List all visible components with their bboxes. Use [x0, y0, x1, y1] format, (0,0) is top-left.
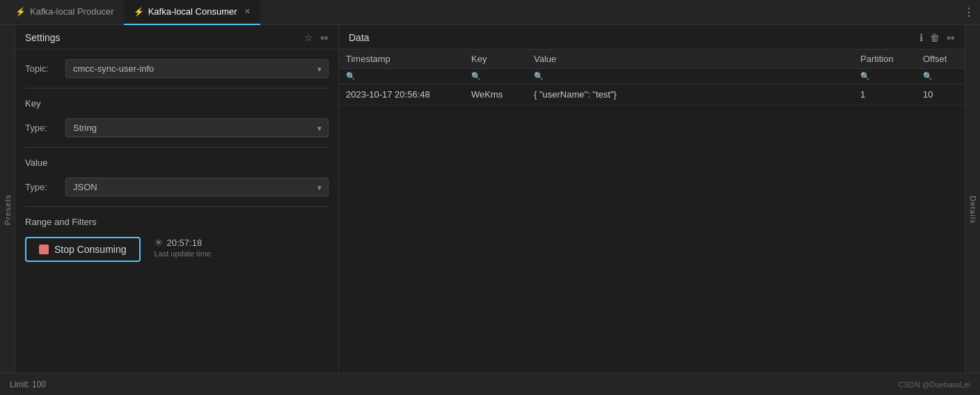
- stop-icon: [39, 245, 49, 254]
- cell-value: { "userName": "test"}: [527, 84, 853, 105]
- last-update-label: Last update time: [155, 249, 211, 258]
- timestamp-search-icon: 🔍: [346, 72, 356, 81]
- key-type-select[interactable]: String: [65, 118, 329, 137]
- col-header-value: Value: [527, 49, 853, 69]
- data-header-icons: ℹ 🗑 ⇔: [919, 32, 955, 43]
- key-type-select-wrapper: String ▼: [65, 118, 329, 137]
- bottom-bar: Limit: 100 CSDN @DuebassLei: [0, 373, 980, 395]
- tab-bar: ⚡ Kafka-local Producer ⚡ Kafka-local Con…: [0, 0, 980, 25]
- value-section-label: Value: [25, 157, 329, 168]
- tab-more-button[interactable]: ⋮: [963, 6, 974, 19]
- settings-body: Topic: cmcc-sync-user-info ▼ Key Type: S…: [15, 49, 338, 395]
- key-type-label: Type:: [25, 123, 60, 133]
- table-row[interactable]: 2023-10-17 20:56:48 WeKms { "userName": …: [339, 84, 965, 105]
- producer-tab-label: Kafka-local Producer: [30, 6, 114, 17]
- consumer-tab-label: Kafka-local Consumer: [148, 6, 237, 17]
- table-body: 2023-10-17 20:56:48 WeKms { "userName": …: [339, 84, 965, 105]
- topic-select[interactable]: cmcc-sync-user-info: [65, 59, 329, 78]
- table-header-row: Timestamp Key Value Partition Offset: [339, 49, 965, 69]
- value-type-select[interactable]: JSON: [65, 178, 329, 196]
- partition-search-icon: 🔍: [860, 72, 870, 81]
- cell-partition: 1: [853, 84, 916, 105]
- table-container: Timestamp Key Value Partition Offset: [339, 49, 965, 395]
- stop-consuming-button[interactable]: Stop Consuming: [25, 237, 141, 262]
- value-search-icon: 🔍: [534, 72, 544, 81]
- key-type-row: Type: String ▼: [25, 118, 329, 137]
- key-section-label: Key: [25, 98, 329, 109]
- offset-search-icon: 🔍: [923, 72, 933, 81]
- filter-partition: 🔍: [853, 69, 916, 84]
- star-icon[interactable]: ☆: [304, 32, 313, 43]
- key-search-icon: 🔍: [471, 72, 481, 81]
- watermark: CSDN @DuebassLei: [899, 380, 971, 389]
- data-title: Data: [349, 32, 370, 43]
- table-filter-row: 🔍 🔍 🔍: [339, 69, 965, 84]
- cell-timestamp: 2023-10-17 20:56:48: [339, 84, 464, 105]
- filter-timestamp: 🔍: [339, 69, 464, 84]
- consumer-tab-icon: ⚡: [134, 7, 144, 17]
- col-header-partition: Partition: [853, 49, 916, 69]
- col-header-timestamp: Timestamp: [339, 49, 464, 69]
- tab-producer[interactable]: ⚡ Kafka-local Producer: [6, 0, 124, 25]
- data-panel: Data ℹ 🗑 ⇔ Timestamp Key: [339, 25, 965, 395]
- info-icon[interactable]: ℹ: [919, 32, 923, 43]
- range-divider: [25, 206, 329, 207]
- data-split-icon[interactable]: ⇔: [947, 32, 955, 43]
- topic-select-wrapper: cmcc-sync-user-info ▼: [65, 59, 329, 78]
- topic-label: Topic:: [25, 63, 60, 74]
- value-type-select-wrapper: JSON ▼: [65, 178, 329, 196]
- cell-key: WeKms: [464, 84, 527, 105]
- presets-label: Presets: [3, 194, 12, 225]
- data-table: Timestamp Key Value Partition Offset: [339, 49, 965, 105]
- settings-title: Settings: [25, 32, 61, 43]
- details-label: Details: [969, 196, 977, 224]
- filter-offset: 🔍: [916, 69, 965, 84]
- value-type-label: Type:: [25, 182, 60, 192]
- range-filters-label: Range and Filters: [25, 217, 329, 227]
- settings-icons: ☆ ⇔: [304, 32, 329, 43]
- limit-label: Limit: 100: [10, 380, 46, 389]
- value-type-row: Type: JSON ▼: [25, 178, 329, 196]
- topic-row: Topic: cmcc-sync-user-info ▼: [25, 59, 329, 78]
- split-icon[interactable]: ⇔: [320, 32, 329, 43]
- time-value-row: ✳ 20:57:18: [155, 237, 211, 248]
- trash-icon[interactable]: 🗑: [930, 32, 940, 43]
- col-header-offset: Offset: [916, 49, 965, 69]
- main-layout: Presets Settings ☆ ⇔ Topic: cmcc-sync-us…: [0, 25, 980, 395]
- stop-button-label: Stop Consuming: [54, 244, 127, 255]
- key-divider: [25, 88, 329, 88]
- value-divider: [25, 147, 329, 148]
- cell-offset: 10: [916, 84, 965, 105]
- time-value: 20:57:18: [167, 238, 203, 248]
- col-header-key: Key: [464, 49, 527, 69]
- presets-sidebar: Presets: [0, 25, 15, 395]
- filter-key: 🔍: [464, 69, 527, 84]
- settings-panel: Settings ☆ ⇔ Topic: cmcc-sync-user-info …: [15, 25, 339, 395]
- filter-value: 🔍: [527, 69, 853, 84]
- spinner-icon: ✳: [155, 237, 163, 248]
- producer-tab-icon: ⚡: [15, 7, 26, 17]
- consumer-tab-close[interactable]: ✕: [244, 7, 251, 16]
- settings-header: Settings ☆ ⇔: [15, 25, 338, 49]
- data-header: Data ℹ 🗑 ⇔: [339, 25, 965, 49]
- tab-consumer[interactable]: ⚡ Kafka-local Consumer ✕: [124, 0, 260, 25]
- details-sidebar: Details: [965, 25, 980, 395]
